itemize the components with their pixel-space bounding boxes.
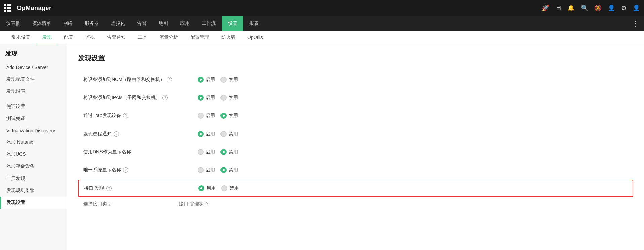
setting-label-interface: 接口 发现 ?: [84, 185, 198, 191]
help-icon-trap[interactable]: ?: [123, 113, 128, 118]
radio-uname-enable[interactable]: 启用: [198, 167, 215, 173]
nav-map[interactable]: 地图: [153, 16, 174, 31]
enable-label-interface: 启用: [206, 185, 216, 191]
radio-circle-trap-disable[interactable]: [220, 113, 227, 119]
profile-icon[interactable]: 👤: [633, 4, 640, 12]
radio-circle-uname-disable[interactable]: [220, 167, 227, 173]
radio-ncm-enable[interactable]: 启用: [198, 77, 215, 83]
radio-circle-ipam-enable[interactable]: [198, 95, 204, 101]
nav-workflow[interactable]: 工作流: [196, 16, 222, 31]
section-title: 发现设置: [78, 54, 633, 63]
grid-icon[interactable]: [4, 4, 11, 12]
setting-row-interface: 接口 发现 ? 启用 禁用: [78, 180, 633, 197]
radio-pnotify-disable[interactable]: 禁用: [220, 131, 238, 137]
subnav-config[interactable]: 配置: [58, 31, 79, 44]
radio-circle-pnotify-enable[interactable]: [198, 131, 204, 137]
sidebar-item-discovery-profile[interactable]: 发现配置文件: [0, 73, 67, 85]
bellring-icon[interactable]: 🔔: [567, 4, 575, 12]
bottom-label-left: 选择接口类型: [83, 201, 112, 207]
radio-pnotify-enable[interactable]: 启用: [198, 131, 215, 137]
nav-server[interactable]: 服务器: [79, 16, 105, 31]
setting-controls-ncm: 启用 禁用: [198, 77, 238, 83]
subnav-oputils[interactable]: OpUtils: [241, 31, 269, 44]
radio-circle-ncm-enable[interactable]: [198, 77, 204, 83]
sidebar-item-virt-discovery[interactable]: Virtualization Discovery: [0, 125, 67, 136]
subnav-tools[interactable]: 工具: [132, 31, 153, 44]
disable-label-pnotify: 禁用: [229, 131, 238, 137]
subnav-traffic[interactable]: 流量分析: [153, 31, 184, 44]
nav-settings[interactable]: 设置: [222, 16, 243, 31]
disable-label-ipam: 禁用: [229, 95, 238, 101]
nav-network[interactable]: 网络: [57, 16, 79, 31]
nav-reports[interactable]: 报表: [243, 16, 265, 31]
setting-label-ipam: 将设备添加到IPAM（子网和交换机） ?: [83, 95, 198, 101]
subnav-general[interactable]: 常规设置: [5, 31, 36, 44]
sidebar-item-add-storage[interactable]: 添加存储设备: [0, 160, 67, 172]
sidebar-item-test-credential[interactable]: 测试凭证: [0, 113, 67, 125]
help-icon-unique-name[interactable]: ?: [123, 167, 128, 173]
main-nav-more[interactable]: ⋮: [632, 19, 644, 28]
radio-dns-disable[interactable]: 禁用: [220, 149, 238, 155]
setting-controls-trap: 启用 禁用: [198, 113, 238, 119]
subnav-firewall[interactable]: 防火墙: [215, 31, 241, 44]
setting-label-process-notify: 发现进程通知 ?: [83, 131, 198, 137]
nav-dashboard[interactable]: 仪表板: [0, 16, 26, 31]
search-icon[interactable]: 🔍: [581, 4, 588, 12]
radio-circle-uname-enable[interactable]: [198, 167, 204, 173]
radio-circle-trap-enable[interactable]: [198, 113, 204, 119]
setting-controls-process-notify: 启用 禁用: [198, 131, 238, 137]
content-area: 发现 Add Device / Server 发现配置文件 发现报表 凭证设置 …: [0, 44, 644, 250]
label-row: 选择接口类型 接口 管理状态: [78, 198, 633, 210]
radio-circle-pnotify-disable[interactable]: [220, 131, 227, 137]
radio-ncm-disable[interactable]: 禁用: [220, 77, 238, 83]
help-icon-ipam[interactable]: ?: [162, 95, 168, 100]
radio-uname-disable[interactable]: 禁用: [220, 167, 238, 173]
radio-trap-enable[interactable]: 启用: [198, 113, 215, 119]
radio-interface-enable[interactable]: 启用: [198, 185, 216, 191]
subnav-config-mgmt[interactable]: 配置管理: [184, 31, 215, 44]
sidebar-item-add-ucs[interactable]: 添加UCS: [0, 148, 67, 160]
radio-ipam-enable[interactable]: 启用: [198, 95, 215, 101]
enable-label-ipam: 启用: [206, 95, 215, 101]
radio-dns-enable[interactable]: 启用: [198, 149, 215, 155]
main-nav: 仪表板 资源清单 网络 服务器 虚拟化 告警 地图 应用 工作流 设置 报表 ⋮: [0, 16, 644, 31]
user-icon[interactable]: 👤: [608, 4, 615, 12]
enable-label-uname: 启用: [206, 167, 215, 173]
radio-circle-ipam-disable[interactable]: [220, 95, 227, 101]
radio-circle-dns-disable[interactable]: [220, 149, 227, 155]
radio-circle-dns-enable[interactable]: [198, 149, 204, 155]
radio-ipam-disable[interactable]: 禁用: [220, 95, 238, 101]
help-icon-interface[interactable]: ?: [106, 186, 112, 191]
sidebar-item-rule-engine[interactable]: 发现规则引擎: [0, 185, 67, 197]
setting-label-dns: 使用DNS作为显示名称: [83, 149, 198, 155]
nav-alarms[interactable]: 告警: [131, 16, 153, 31]
alert-bell-icon[interactable]: 🔕: [594, 4, 602, 12]
nav-virtualization[interactable]: 虚拟化: [105, 16, 131, 31]
sidebar-item-credential[interactable]: 凭证设置: [0, 101, 67, 113]
radio-trap-disable[interactable]: 禁用: [220, 113, 238, 119]
gear-icon[interactable]: ⚙: [621, 4, 627, 12]
sidebar-item-add-device[interactable]: Add Device / Server: [0, 62, 67, 73]
rocket-icon[interactable]: 🚀: [542, 4, 549, 12]
main-content: 发现设置 将设备添加到NCM（路由器和交换机） ? 启用 禁用 将设备添: [67, 44, 644, 250]
setting-row-dns: 使用DNS作为显示名称 启用 禁用: [78, 143, 633, 161]
nav-app[interactable]: 应用: [174, 16, 196, 31]
sidebar-item-add-nutanix[interactable]: 添加 Nutanix: [0, 136, 67, 148]
sidebar-item-discovery-report[interactable]: 发现报表: [0, 85, 67, 97]
sidebar-item-discovery-settings[interactable]: 发现设置: [0, 197, 67, 209]
nav-inventory[interactable]: 资源清单: [26, 16, 57, 31]
radio-interface-disable[interactable]: 禁用: [221, 185, 239, 191]
radio-circle-interface-enable[interactable]: [198, 185, 204, 191]
help-icon-ncm[interactable]: ?: [167, 77, 172, 82]
radio-circle-ncm-disable[interactable]: [220, 77, 227, 83]
radio-circle-interface-disable[interactable]: [221, 185, 227, 191]
subnav-alert-notify[interactable]: 告警通知: [101, 31, 132, 44]
bottom-label-right: 接口 管理状态: [179, 201, 208, 207]
help-icon-process-notify[interactable]: ?: [114, 131, 119, 137]
sidebar-item-l2-discovery[interactable]: 二层发现: [0, 172, 67, 185]
subnav-discovery[interactable]: 发现: [36, 31, 58, 44]
monitor-icon[interactable]: 🖥: [555, 5, 561, 12]
sidebar-title: 发现: [0, 50, 67, 62]
setting-label-trap: 通过Trap发现设备 ?: [83, 113, 198, 119]
subnav-monitor[interactable]: 监视: [79, 31, 101, 44]
